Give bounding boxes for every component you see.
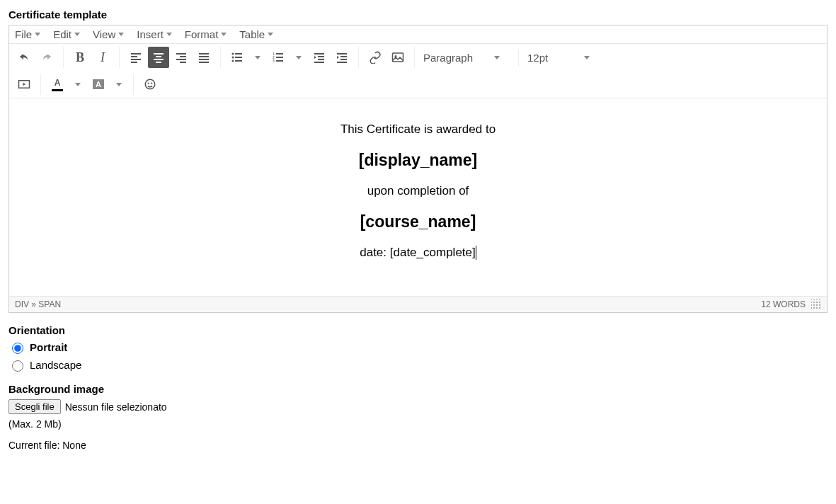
menu-insert-label: Insert	[137, 28, 164, 40]
align-center-button[interactable]	[148, 47, 169, 68]
svg-text:3: 3	[273, 59, 275, 63]
link-button[interactable]	[365, 47, 386, 68]
font-size-value: 12pt	[527, 52, 548, 64]
svg-point-0	[232, 53, 234, 55]
svg-point-17	[151, 82, 152, 84]
menu-file-label: File	[15, 28, 32, 40]
svg-rect-1	[235, 53, 242, 55]
content-line-bold: [course_name]	[19, 212, 817, 231]
content-line-bold: [display_name]	[19, 151, 817, 170]
file-size-hint: (Max. 2 Mb)	[8, 418, 828, 430]
menu-view[interactable]: View	[93, 28, 124, 40]
element-path[interactable]: DIV » SPAN	[15, 299, 61, 309]
svg-rect-11	[276, 60, 283, 62]
caret-icon	[268, 33, 273, 36]
svg-rect-9	[276, 57, 283, 58]
richtext-editor: File Edit View Insert Format Table B I 1…	[8, 25, 828, 313]
certificate-template-label: Certificate template	[8, 8, 828, 21]
undo-button[interactable]	[13, 47, 35, 68]
content-line: date: [date_complete]	[19, 246, 817, 260]
editor-statusbar: DIV » SPAN 12 WORDS	[9, 297, 827, 312]
font-size-select[interactable]: 12pt	[525, 49, 602, 67]
background-image-label: Background image	[8, 383, 828, 395]
image-button[interactable]	[387, 47, 408, 68]
caret-icon	[221, 33, 227, 36]
orientation-landscape-radio[interactable]	[12, 360, 23, 372]
svg-point-4	[232, 60, 234, 62]
caret-icon	[35, 33, 40, 36]
caret-icon	[255, 56, 260, 59]
bg-color-button[interactable]: A	[88, 74, 109, 95]
content-line: upon completion of	[19, 184, 817, 198]
redo-button[interactable]	[36, 47, 57, 68]
italic-button[interactable]: I	[92, 47, 113, 68]
content-line: This Certificate is awarded to	[19, 122, 817, 137]
menu-table[interactable]: Table	[239, 28, 273, 40]
text-color-dropdown[interactable]	[69, 74, 86, 95]
orientation-portrait-label[interactable]: Portrait	[30, 341, 67, 353]
menu-format-label: Format	[185, 28, 219, 40]
caret-icon	[74, 33, 80, 36]
emoji-button[interactable]	[139, 74, 161, 95]
bold-button[interactable]: B	[69, 47, 91, 68]
block-format-value: Paragraph	[423, 52, 473, 64]
bullet-list-button[interactable]	[227, 47, 248, 68]
choose-file-button[interactable]: Scegli file	[8, 399, 61, 414]
caret-icon	[494, 56, 500, 59]
menu-edit-label: Edit	[53, 28, 71, 40]
orientation-label: Orientation	[8, 324, 828, 336]
menu-format[interactable]: Format	[185, 28, 227, 40]
caret-icon	[166, 33, 172, 36]
text-color-button[interactable]: A	[47, 74, 68, 95]
menu-insert[interactable]: Insert	[137, 28, 172, 40]
media-button[interactable]	[13, 74, 35, 95]
caret-icon	[75, 83, 81, 86]
menu-edit[interactable]: Edit	[53, 28, 80, 40]
caret-icon	[296, 56, 302, 59]
resize-handle[interactable]	[811, 299, 821, 309]
align-right-button[interactable]	[171, 47, 192, 68]
bg-color-dropdown[interactable]	[110, 74, 127, 95]
caret-icon	[116, 83, 122, 86]
svg-rect-12	[393, 53, 403, 62]
svg-rect-7	[276, 53, 283, 55]
svg-rect-3	[235, 57, 242, 58]
menu-view-label: View	[93, 28, 115, 40]
word-count: 12 WORDS	[761, 299, 806, 309]
align-justify-button[interactable]	[193, 47, 214, 68]
align-left-button[interactable]	[125, 47, 147, 68]
current-file-text: Current file: None	[8, 440, 828, 451]
indent-button[interactable]	[331, 47, 353, 68]
svg-point-15	[145, 79, 155, 89]
caret-icon	[584, 56, 590, 59]
editor-menubar: File Edit View Insert Format Table	[9, 25, 827, 44]
number-list-dropdown[interactable]	[290, 47, 307, 68]
block-format-select[interactable]: Paragraph	[420, 49, 513, 67]
bullet-list-dropdown[interactable]	[249, 47, 266, 68]
caret-icon	[118, 33, 124, 36]
number-list-button[interactable]: 123	[268, 47, 289, 68]
editor-toolbar: B I 123 Paragraph 12pt	[9, 44, 827, 98]
file-status-text: Nessun file selezionato	[65, 401, 167, 413]
editor-content-area[interactable]: This Certificate is awarded to [display_…	[9, 98, 827, 297]
menu-file[interactable]: File	[15, 28, 40, 40]
outdent-button[interactable]	[309, 47, 330, 68]
svg-rect-5	[235, 60, 242, 62]
orientation-landscape-label[interactable]: Landscape	[30, 359, 81, 371]
svg-point-16	[148, 82, 149, 84]
svg-point-2	[232, 57, 234, 59]
menu-table-label: Table	[239, 28, 265, 40]
orientation-portrait-radio[interactable]	[12, 343, 23, 354]
